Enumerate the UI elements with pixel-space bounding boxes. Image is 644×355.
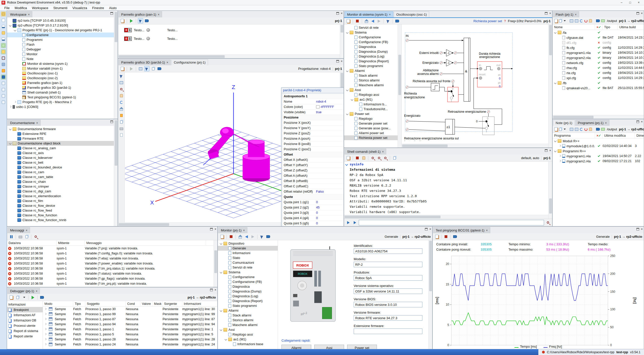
- menu-item-modifica[interactable]: Modifica: [12, 6, 29, 10]
- tab-workspace[interactable]: Workspace×: [8, 11, 32, 17]
- tab-documentazione[interactable]: Documentazione×: [8, 120, 41, 126]
- tree-item[interactable]: Informazioni b...: [344, 102, 401, 107]
- message-row[interactable]: ×10/03/2022 10:36:58sysm-1Variabile (?.c…: [7, 251, 217, 256]
- run-icon[interactable]: [30, 295, 36, 300]
- expand-icon[interactable]: [44, 333, 47, 336]
- tree-item[interactable]: Generale: [218, 246, 278, 251]
- maximize-button[interactable]: □: [626, 1, 634, 5]
- select-icon[interactable]: [119, 73, 124, 79]
- tree-item[interactable]: Monitor variabili (mon-1): [7, 66, 118, 71]
- field-value[interactable]: Robox BIOS versione 3.0.10: [354, 302, 422, 307]
- tree-item[interactable]: Programmi: [7, 37, 118, 42]
- tab-programmi[interactable]: Programmi (prj-1)×: [575, 120, 609, 126]
- tree-item[interactable]: Dispositivo: [218, 241, 278, 246]
- column-header[interactable]: Tipo: [73, 301, 85, 306]
- attach-icon[interactable]: [1, 62, 6, 67]
- file-row[interactable]: myprogram1.r4abinary19/04/2021 14:10:362: [553, 50, 644, 55]
- expand-icon[interactable]: [44, 317, 47, 321]
- column-header[interactable]: Data/ora: [7, 240, 57, 246]
- collapse-icon[interactable]: [346, 88, 349, 92]
- new-icon[interactable]: [434, 234, 440, 239]
- tab-shell[interactable]: Shell comandi (shell-1)×: [345, 149, 386, 155]
- page-icon[interactable]: [24, 234, 29, 239]
- folder-icon[interactable]: [1, 31, 6, 35]
- collapse-icon[interactable]: [219, 242, 223, 245]
- program-row[interactable]: Programmi R++: [553, 149, 644, 154]
- tree-item[interactable]: Storico allarmi: [344, 78, 401, 83]
- tab-close-icon[interactable]: ×: [158, 13, 160, 16]
- tree-item[interactable]: Allarmi: [218, 308, 278, 313]
- back-icon[interactable]: [244, 234, 249, 239]
- quicklink-button-assi[interactable]: Assi: [314, 345, 344, 349]
- dropdown-icon[interactable]: [563, 127, 566, 132]
- color-swatch-icon[interactable]: [316, 105, 320, 108]
- tree-item[interactable]: Riepilogo: [344, 116, 401, 121]
- breakpoint-row[interactable]: SempreFetchProcesso 1, passo 28NessunaPe…: [43, 337, 217, 342]
- tree-item[interactable]: Diagnostica (Report): [344, 59, 401, 64]
- tree-item[interactable]: Classe rc_axis: [7, 151, 118, 155]
- close-button[interactable]: ×: [635, 1, 642, 5]
- tree-item[interactable]: Diagnostica: [344, 44, 401, 49]
- tree-item[interactable]: Sistema: [218, 270, 278, 275]
- ruler-icon[interactable]: [119, 132, 124, 138]
- window-up-icon[interactable]: [1, 87, 6, 92]
- tree-item[interactable]: Oscilloscopio (osc-2): [7, 76, 118, 80]
- property-row[interactable]: Colore (color)#FFFFFF: [282, 104, 344, 110]
- tree-item[interactable]: Classe rc_bounded_device: [7, 165, 118, 170]
- property-value[interactable]: robot-4: [316, 100, 326, 103]
- camera-icon[interactable]: [119, 119, 124, 125]
- page-icon[interactable]: [392, 155, 397, 161]
- message-row[interactable]: ×10/03/2022 10:36:58sysm-1Variabile (?.s…: [7, 271, 217, 276]
- tree-item[interactable]: Configurazione (FB): [344, 40, 401, 44]
- help-book-icon[interactable]: [266, 234, 271, 239]
- window-down-icon[interactable]: [1, 81, 6, 86]
- tab-close-icon[interactable]: ×: [166, 61, 168, 64]
- collapse-icon[interactable]: [224, 338, 228, 341]
- debugger-nav-item[interactable]: Report di sistema: [7, 328, 43, 334]
- column-header[interactable]: Ultima modifica: [603, 133, 635, 138]
- tab-configurazione[interactable]: Configurazione (prj-1): [171, 59, 208, 65]
- tab-close-icon[interactable]: ×: [36, 121, 38, 125]
- scrollbar[interactable]: [428, 240, 432, 349]
- menu-item-finestre[interactable]: Finestre: [90, 6, 106, 10]
- message-row[interactable]: ×10/03/2022 10:36:58sysm-1Variabile (?.p…: [7, 246, 217, 251]
- tree-item[interactable]: Generale asse (pow...: [344, 126, 401, 131]
- scrollbar[interactable]: [344, 215, 548, 219]
- property-value[interactable]: 0: [316, 222, 318, 225]
- toggle-switch-icon[interactable]: 01: [124, 28, 132, 32]
- tree-item[interactable]: Classe rc_flow_device: [7, 203, 118, 208]
- collapse-icon[interactable]: [13, 28, 17, 32]
- new-icon[interactable]: [9, 295, 14, 300]
- breakpoint-row[interactable]: SempreFetchProcesso 1, passo 99NessunaPe…: [43, 312, 217, 317]
- breakpoint-row[interactable]: SempreFetchProcesso 1, passo 5NessunaPer…: [43, 332, 217, 337]
- search-icon[interactable]: [33, 234, 38, 239]
- column-header[interactable]: Nome: [553, 24, 595, 30]
- build-all-icon[interactable]: [575, 127, 579, 132]
- property-value[interactable]: Falso: [316, 190, 324, 193]
- edit-pointer-icon[interactable]: [259, 234, 265, 239]
- send-all-icon[interactable]: [352, 220, 357, 225]
- file-row[interactable]: /fb: [553, 80, 644, 85]
- file-row[interactable]: fb.cfgconfig11/02/2021 14:29:16: [553, 45, 644, 50]
- new-icon[interactable]: [219, 234, 225, 239]
- property-row[interactable]: Offset: [282, 152, 344, 157]
- field-value[interactable]: AS1018.002-A062754: [354, 248, 422, 254]
- file-row[interactable]: myprogram2.r4abinary19/04/2021 14:10:36: [553, 55, 644, 60]
- property-value[interactable]: true: [316, 110, 322, 114]
- save-all-icon[interactable]: [1, 37, 6, 42]
- print-icon[interactable]: [18, 234, 23, 239]
- column-header[interactable]: ×✓: [595, 24, 603, 30]
- program-row[interactable]: myprogram1.r4a19/04/2021 14:50:272.22: [553, 154, 644, 159]
- collapse-icon[interactable]: [346, 69, 349, 73]
- panel-close-icon[interactable]: ×: [549, 149, 551, 152]
- stop-icon[interactable]: [355, 155, 360, 161]
- property-row[interactable]: Posizione Z (posZ): [282, 131, 344, 136]
- dock-icon[interactable]: [545, 12, 548, 15]
- tree-item[interactable]: usbc-1 [COM3]: [7, 104, 118, 109]
- tree-item[interactable]: Sistema: [344, 30, 401, 35]
- dock-icon[interactable]: [425, 228, 428, 230]
- program-row[interactable]: mymodule1@1.0.0....02/02/2022 14:40:343: [553, 143, 644, 149]
- message-row[interactable]: ×10/03/2022 10:36:58sysm-1Variabile (?.t…: [7, 281, 217, 286]
- expand-icon[interactable]: [44, 338, 47, 341]
- pan-icon[interactable]: [589, 18, 592, 23]
